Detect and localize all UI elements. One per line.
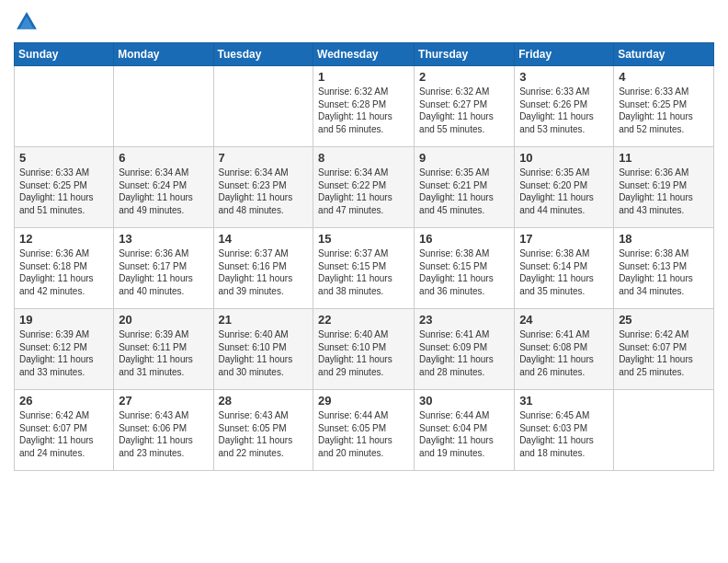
day-number: 2: [419, 70, 509, 84]
day-number: 19: [19, 313, 108, 327]
day-cell: [114, 66, 213, 147]
day-info: Sunrise: 6:41 AMSunset: 6:08 PMDaylight:…: [519, 328, 609, 378]
day-number: 16: [419, 232, 509, 246]
day-cell: 6Sunrise: 6:34 AMSunset: 6:24 PMDaylight…: [114, 147, 213, 228]
day-number: 28: [219, 394, 309, 408]
day-number: 20: [119, 313, 208, 327]
day-info: Sunrise: 6:34 AMSunset: 6:24 PMDaylight:…: [119, 167, 208, 216]
day-info: Sunrise: 6:44 AMSunset: 6:05 PMDaylight:…: [318, 409, 409, 459]
day-cell: 14Sunrise: 6:37 AMSunset: 6:16 PMDayligh…: [213, 228, 313, 309]
day-info: Sunrise: 6:36 AMSunset: 6:17 PMDaylight:…: [119, 247, 208, 297]
day-cell: [614, 390, 714, 471]
day-number: 13: [119, 232, 208, 246]
day-cell: 16Sunrise: 6:38 AMSunset: 6:15 PMDayligh…: [415, 228, 515, 309]
day-info: Sunrise: 6:36 AMSunset: 6:18 PMDaylight:…: [19, 247, 108, 297]
day-cell: 4Sunrise: 6:33 AMSunset: 6:25 PMDaylight…: [614, 66, 714, 147]
day-number: 4: [619, 70, 709, 84]
day-info: Sunrise: 6:33 AMSunset: 6:25 PMDaylight:…: [19, 167, 108, 216]
day-info: Sunrise: 6:39 AMSunset: 6:12 PMDaylight:…: [19, 328, 108, 378]
day-cell: 31Sunrise: 6:45 AMSunset: 6:03 PMDayligh…: [515, 390, 614, 471]
header: [14, 9, 714, 35]
weekday-wednesday: Wednesday: [313, 43, 415, 66]
day-cell: 13Sunrise: 6:36 AMSunset: 6:17 PMDayligh…: [114, 228, 213, 309]
day-info: Sunrise: 6:40 AMSunset: 6:10 PMDaylight:…: [318, 328, 409, 378]
day-cell: 26Sunrise: 6:42 AMSunset: 6:07 PMDayligh…: [15, 390, 114, 471]
day-number: 23: [419, 313, 509, 327]
day-info: Sunrise: 6:35 AMSunset: 6:21 PMDaylight:…: [419, 167, 509, 216]
page: SundayMondayTuesdayWednesdayThursdayFrid…: [0, 0, 728, 563]
week-row-0: 1Sunrise: 6:32 AMSunset: 6:28 PMDaylight…: [15, 66, 714, 147]
day-cell: [15, 66, 114, 147]
day-number: 9: [419, 151, 509, 165]
day-cell: 18Sunrise: 6:38 AMSunset: 6:13 PMDayligh…: [614, 228, 714, 309]
day-number: 6: [119, 151, 208, 165]
day-info: Sunrise: 6:39 AMSunset: 6:11 PMDaylight:…: [119, 328, 208, 378]
day-cell: 23Sunrise: 6:41 AMSunset: 6:09 PMDayligh…: [415, 309, 515, 390]
weekday-sunday: Sunday: [15, 43, 114, 66]
day-number: 18: [619, 232, 709, 246]
day-number: 24: [519, 313, 609, 327]
day-cell: 20Sunrise: 6:39 AMSunset: 6:11 PMDayligh…: [114, 309, 213, 390]
day-number: 15: [318, 232, 409, 246]
day-cell: 21Sunrise: 6:40 AMSunset: 6:10 PMDayligh…: [213, 309, 313, 390]
calendar-table: SundayMondayTuesdayWednesdayThursdayFrid…: [14, 42, 714, 471]
day-cell: 8Sunrise: 6:34 AMSunset: 6:22 PMDaylight…: [313, 147, 415, 228]
day-cell: 25Sunrise: 6:42 AMSunset: 6:07 PMDayligh…: [614, 309, 714, 390]
weekday-monday: Monday: [114, 43, 213, 66]
day-info: Sunrise: 6:45 AMSunset: 6:03 PMDaylight:…: [519, 409, 609, 459]
week-row-1: 5Sunrise: 6:33 AMSunset: 6:25 PMDaylight…: [15, 147, 714, 228]
day-number: 14: [219, 232, 309, 246]
day-info: Sunrise: 6:36 AMSunset: 6:19 PMDaylight:…: [619, 167, 709, 216]
day-info: Sunrise: 6:38 AMSunset: 6:14 PMDaylight:…: [519, 247, 609, 297]
day-info: Sunrise: 6:33 AMSunset: 6:25 PMDaylight:…: [619, 86, 709, 135]
day-info: Sunrise: 6:34 AMSunset: 6:23 PMDaylight:…: [219, 167, 309, 216]
day-cell: 10Sunrise: 6:35 AMSunset: 6:20 PMDayligh…: [515, 147, 614, 228]
day-info: Sunrise: 6:34 AMSunset: 6:22 PMDaylight:…: [318, 167, 409, 216]
day-info: Sunrise: 6:37 AMSunset: 6:15 PMDaylight:…: [318, 247, 409, 297]
day-info: Sunrise: 6:38 AMSunset: 6:15 PMDaylight:…: [419, 247, 509, 297]
calendar-header: SundayMondayTuesdayWednesdayThursdayFrid…: [15, 43, 714, 66]
day-info: Sunrise: 6:43 AMSunset: 6:05 PMDaylight:…: [219, 409, 309, 459]
day-info: Sunrise: 6:38 AMSunset: 6:13 PMDaylight:…: [619, 247, 709, 297]
day-number: 22: [318, 313, 409, 327]
day-cell: 12Sunrise: 6:36 AMSunset: 6:18 PMDayligh…: [15, 228, 114, 309]
day-cell: 29Sunrise: 6:44 AMSunset: 6:05 PMDayligh…: [313, 390, 415, 471]
day-number: 5: [19, 151, 108, 165]
week-row-2: 12Sunrise: 6:36 AMSunset: 6:18 PMDayligh…: [15, 228, 714, 309]
day-number: 3: [519, 70, 609, 84]
day-cell: 24Sunrise: 6:41 AMSunset: 6:08 PMDayligh…: [515, 309, 614, 390]
day-info: Sunrise: 6:40 AMSunset: 6:10 PMDaylight:…: [219, 328, 309, 378]
day-number: 30: [419, 394, 509, 408]
day-number: 17: [519, 232, 609, 246]
week-row-3: 19Sunrise: 6:39 AMSunset: 6:12 PMDayligh…: [15, 309, 714, 390]
logo-icon: [14, 9, 40, 35]
day-cell: 15Sunrise: 6:37 AMSunset: 6:15 PMDayligh…: [313, 228, 415, 309]
day-number: 8: [318, 151, 409, 165]
day-info: Sunrise: 6:32 AMSunset: 6:28 PMDaylight:…: [318, 86, 409, 135]
day-number: 25: [619, 313, 709, 327]
day-number: 7: [219, 151, 309, 165]
day-number: 21: [219, 313, 309, 327]
weekday-thursday: Thursday: [415, 43, 515, 66]
day-info: Sunrise: 6:32 AMSunset: 6:27 PMDaylight:…: [419, 86, 509, 135]
day-cell: 3Sunrise: 6:33 AMSunset: 6:26 PMDaylight…: [515, 66, 614, 147]
day-info: Sunrise: 6:35 AMSunset: 6:20 PMDaylight:…: [519, 167, 609, 216]
weekday-row: SundayMondayTuesdayWednesdayThursdayFrid…: [15, 43, 714, 66]
day-info: Sunrise: 6:37 AMSunset: 6:16 PMDaylight:…: [219, 247, 309, 297]
day-cell: 19Sunrise: 6:39 AMSunset: 6:12 PMDayligh…: [15, 309, 114, 390]
day-cell: 7Sunrise: 6:34 AMSunset: 6:23 PMDaylight…: [213, 147, 313, 228]
day-cell: 27Sunrise: 6:43 AMSunset: 6:06 PMDayligh…: [114, 390, 213, 471]
week-row-4: 26Sunrise: 6:42 AMSunset: 6:07 PMDayligh…: [15, 390, 714, 471]
day-cell: [213, 66, 313, 147]
day-cell: 11Sunrise: 6:36 AMSunset: 6:19 PMDayligh…: [614, 147, 714, 228]
day-number: 26: [19, 394, 108, 408]
day-number: 12: [19, 232, 108, 246]
day-number: 1: [318, 70, 409, 84]
day-info: Sunrise: 6:44 AMSunset: 6:04 PMDaylight:…: [419, 409, 509, 459]
day-info: Sunrise: 6:33 AMSunset: 6:26 PMDaylight:…: [519, 86, 609, 135]
day-cell: 1Sunrise: 6:32 AMSunset: 6:28 PMDaylight…: [313, 66, 415, 147]
day-cell: 30Sunrise: 6:44 AMSunset: 6:04 PMDayligh…: [415, 390, 515, 471]
day-cell: 2Sunrise: 6:32 AMSunset: 6:27 PMDaylight…: [415, 66, 515, 147]
weekday-saturday: Saturday: [614, 43, 714, 66]
day-number: 31: [519, 394, 609, 408]
